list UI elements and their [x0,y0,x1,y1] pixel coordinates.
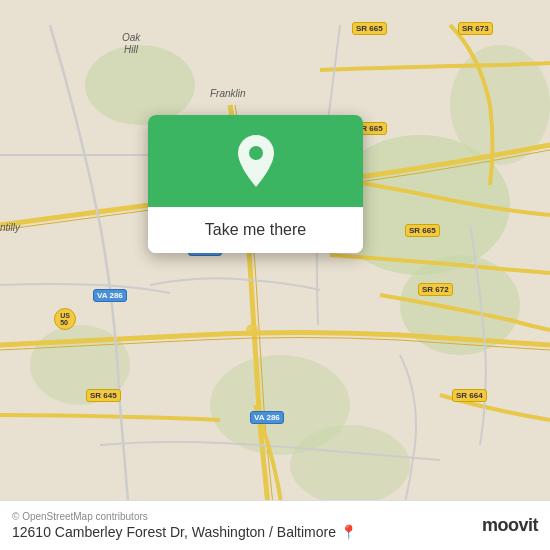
badge-va286-mid: VA 286 [93,289,127,302]
badge-sr645: SR 645 [86,389,121,402]
map-container: Oak Hill Franklin ntilly SR 665 SR 673 S… [0,0,550,550]
va286-mid-badge: VA 286 [93,289,127,302]
map-svg [0,0,550,550]
address-text: 12610 Camberley Forest Dr, Washington / … [12,524,336,540]
us50-badge: US50 [54,308,76,330]
place-label-oak: Oak [122,32,140,43]
sr673-badge: SR 673 [458,22,493,35]
badge-sr664: SR 664 [452,389,487,402]
address-pin-icon: 📍 [340,524,357,540]
popup-green-area [148,115,363,207]
svg-point-6 [290,425,410,505]
sr672-badge: SR 672 [418,283,453,296]
svg-point-9 [249,146,263,160]
moovit-logo: moovit [482,515,538,536]
copyright-text: © OpenStreetMap contributors [12,511,357,522]
popup-card: Take me there [148,115,363,253]
location-pin-icon [232,133,280,189]
bottom-bar: © OpenStreetMap contributors 12610 Cambe… [0,500,550,550]
sr645-badge: SR 645 [86,389,121,402]
va286-bottom-badge: VA 286 [250,411,284,424]
sr665-top-badge: SR 665 [352,22,387,35]
sr664-badge: SR 664 [452,389,487,402]
svg-point-7 [246,324,258,336]
badge-sr665-lower: SR 665 [405,224,440,237]
take-me-there-button[interactable]: Take me there [148,207,363,253]
place-label-chantilly: ntilly [0,222,20,233]
place-label-franklin: Franklin [210,88,246,99]
badge-va286-bottom: VA 286 [250,411,284,424]
badge-sr673: SR 673 [458,22,493,35]
bottom-left: © OpenStreetMap contributors 12610 Cambe… [12,511,357,540]
moovit-text: moovit [482,515,538,536]
svg-point-4 [85,45,195,125]
badge-sr672: SR 672 [418,283,453,296]
badge-sr665-top: SR 665 [352,22,387,35]
sr665-lower-badge: SR 665 [405,224,440,237]
place-label-hill: Hill [124,44,138,55]
badge-us50: US50 [54,308,76,330]
